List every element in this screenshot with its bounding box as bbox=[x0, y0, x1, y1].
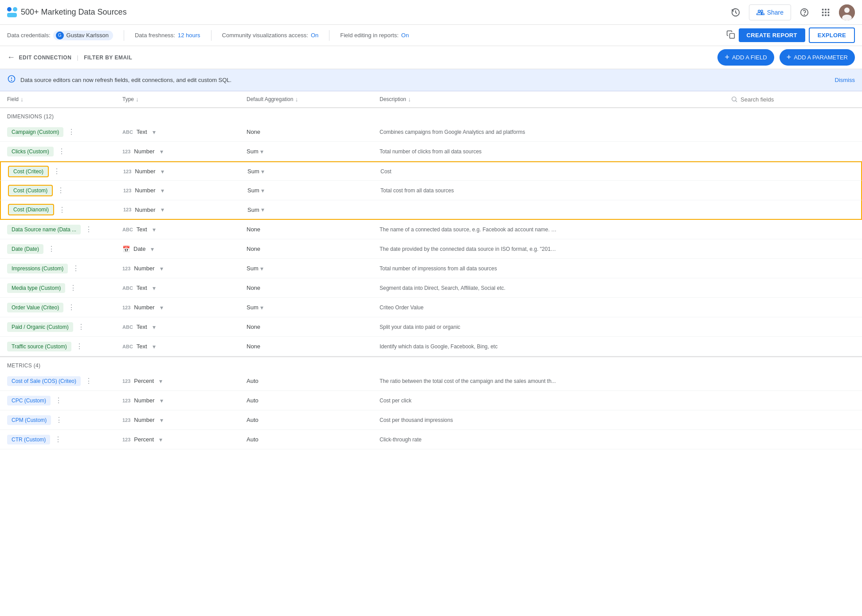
type-dropdown-arrow[interactable]: ▾ bbox=[159, 378, 162, 385]
edit-connection-label[interactable]: EDIT CONNECTION bbox=[19, 55, 72, 61]
type-cell: 123 Number ▾ bbox=[123, 187, 247, 194]
more-options-icon[interactable]: ⋮ bbox=[58, 206, 67, 214]
dismiss-button[interactable]: Dismiss bbox=[835, 77, 855, 83]
field-chip[interactable]: Media type (Custom) bbox=[7, 283, 65, 293]
field-chip[interactable]: Cost (Custom) bbox=[8, 185, 53, 196]
type-dropdown-arrow[interactable]: ▾ bbox=[161, 187, 164, 194]
field-chip[interactable]: Order Value (Criteo) bbox=[7, 303, 63, 312]
create-report-button[interactable]: CREATE REPORT bbox=[739, 28, 805, 42]
aggregation-value: None bbox=[247, 324, 260, 330]
apps-button[interactable] bbox=[818, 4, 834, 20]
field-chip[interactable]: Campaign (Custom) bbox=[7, 127, 63, 137]
field-chip[interactable]: Cost (Dianomi) bbox=[8, 204, 54, 215]
type-label: Text bbox=[137, 343, 147, 350]
field-chip[interactable]: Data Source name (Data ... bbox=[7, 225, 81, 234]
add-field-button[interactable]: + ADD A FIELD bbox=[717, 49, 774, 66]
help-button[interactable] bbox=[796, 4, 812, 20]
field-chip[interactable]: Clicks (Custom) bbox=[7, 147, 54, 156]
separator-3 bbox=[329, 30, 329, 41]
field-cell: Clicks (Custom) ⋮ bbox=[7, 147, 122, 156]
more-options-icon[interactable]: ⋮ bbox=[71, 264, 80, 273]
back-arrow-icon[interactable]: ← bbox=[7, 53, 16, 62]
agg-cell: None bbox=[247, 226, 380, 233]
type-cell: ABC Text ▾ bbox=[122, 324, 247, 331]
agg-dropdown-arrow[interactable]: ▾ bbox=[261, 206, 264, 213]
data-freshness-item: Data freshness: 12 hours bbox=[135, 32, 200, 39]
type-dropdown-arrow[interactable]: ▾ bbox=[161, 168, 164, 175]
type-dropdown-arrow[interactable]: ▾ bbox=[160, 417, 163, 424]
field-chip[interactable]: Cost of Sale (COS) (Criteo) bbox=[7, 376, 81, 386]
avatar[interactable] bbox=[839, 4, 855, 20]
more-options-icon[interactable]: ⋮ bbox=[55, 416, 63, 424]
more-options-icon[interactable]: ⋮ bbox=[57, 147, 66, 156]
more-options-icon[interactable]: ⋮ bbox=[84, 225, 93, 234]
type-dropdown-arrow[interactable]: ▾ bbox=[153, 129, 156, 136]
type-dropdown-arrow[interactable]: ▾ bbox=[153, 285, 156, 292]
type-dropdown-arrow[interactable]: ▾ bbox=[159, 436, 162, 443]
add-parameter-button[interactable]: + ADD A PARAMETER bbox=[780, 49, 855, 66]
desc-sort-icon[interactable]: ↓ bbox=[408, 96, 411, 103]
agg-cell: Sum ▾ bbox=[247, 187, 380, 194]
more-options-icon[interactable]: ⋮ bbox=[54, 435, 63, 444]
svg-rect-4 bbox=[825, 8, 827, 10]
agg-dropdown-arrow[interactable]: ▾ bbox=[261, 168, 264, 175]
field-editing-value[interactable]: On bbox=[401, 32, 409, 39]
description-cell: Cost per thousand impressions bbox=[380, 417, 557, 423]
more-options-icon[interactable]: ⋮ bbox=[54, 396, 63, 405]
type-dropdown-arrow[interactable]: ▾ bbox=[160, 304, 163, 311]
field-chip[interactable]: CPC (Custom) bbox=[7, 396, 51, 405]
toolbar: ← EDIT CONNECTION | FILTER BY EMAIL + AD… bbox=[0, 46, 862, 69]
more-options-icon[interactable]: ⋮ bbox=[67, 128, 76, 136]
type-dropdown-arrow[interactable]: ▾ bbox=[161, 206, 164, 213]
type-icon: ABC bbox=[122, 227, 133, 232]
agg-dropdown-arrow[interactable]: ▾ bbox=[260, 148, 263, 155]
user-badge[interactable]: G Gustav Karlsson bbox=[53, 31, 113, 40]
field-cell: Media type (Custom) ⋮ bbox=[7, 283, 122, 293]
type-dropdown-arrow[interactable]: ▾ bbox=[151, 246, 154, 253]
more-options-icon[interactable]: ⋮ bbox=[47, 245, 56, 253]
field-cell: Cost (Criteo) ⋮ bbox=[8, 166, 123, 177]
info-icon bbox=[7, 74, 16, 86]
agg-sort-icon[interactable]: ↓ bbox=[295, 96, 298, 103]
field-chip[interactable]: CTR (Custom) bbox=[7, 435, 50, 444]
search-input[interactable] bbox=[741, 96, 811, 103]
type-dropdown-arrow[interactable]: ▾ bbox=[160, 265, 163, 272]
field-chip[interactable]: Impressions (Custom) bbox=[7, 264, 68, 273]
type-dropdown-arrow[interactable]: ▾ bbox=[153, 343, 156, 350]
svg-rect-11 bbox=[828, 14, 830, 16]
history-button[interactable] bbox=[728, 4, 744, 20]
agg-dropdown-arrow[interactable]: ▾ bbox=[260, 265, 263, 272]
type-dropdown-arrow[interactable]: ▾ bbox=[160, 148, 163, 155]
description-cell: Total number of clicks from all data sou… bbox=[380, 148, 557, 155]
type-sort-icon[interactable]: ↓ bbox=[136, 96, 139, 103]
type-dropdown-arrow[interactable]: ▾ bbox=[153, 324, 156, 331]
type-dropdown-arrow[interactable]: ▾ bbox=[153, 226, 156, 233]
more-options-icon[interactable]: ⋮ bbox=[84, 377, 93, 385]
agg-dropdown-arrow[interactable]: ▾ bbox=[261, 187, 264, 194]
type-dropdown-arrow[interactable]: ▾ bbox=[160, 397, 163, 404]
type-label: Text bbox=[137, 129, 147, 135]
field-sort-icon[interactable]: ↓ bbox=[20, 96, 24, 103]
plus-icon: + bbox=[725, 53, 729, 62]
more-options-icon[interactable]: ⋮ bbox=[69, 284, 78, 292]
share-button[interactable]: Share bbox=[749, 4, 791, 20]
explore-button[interactable]: EXPLORE bbox=[809, 27, 855, 43]
more-options-icon[interactable]: ⋮ bbox=[56, 186, 65, 195]
more-options-icon[interactable]: ⋮ bbox=[52, 167, 61, 175]
more-options-icon[interactable]: ⋮ bbox=[67, 303, 76, 312]
field-chip[interactable]: Paid / Organic (Custom) bbox=[7, 322, 73, 332]
more-options-icon[interactable]: ⋮ bbox=[77, 323, 86, 331]
field-chip[interactable]: CPM (Custom) bbox=[7, 415, 51, 425]
agg-dropdown-arrow[interactable]: ▾ bbox=[260, 304, 263, 311]
field-chip[interactable]: Cost (Criteo) bbox=[8, 166, 49, 177]
copy-icon[interactable] bbox=[726, 30, 735, 41]
community-vis-value[interactable]: On bbox=[311, 32, 318, 39]
add-parameter-label: ADD A PARAMETER bbox=[794, 54, 848, 61]
field-chip[interactable]: Traffic source (Custom) bbox=[7, 342, 71, 351]
user-name: Gustav Karlsson bbox=[67, 32, 109, 39]
more-options-icon[interactable]: ⋮ bbox=[75, 342, 84, 351]
field-chip[interactable]: Date (Date) bbox=[7, 244, 43, 254]
filter-by-email-label[interactable]: FILTER BY EMAIL bbox=[84, 55, 132, 61]
table-row: Date (Date) ⋮ 📅 Date ▾ None The date pro… bbox=[0, 239, 862, 259]
data-freshness-value[interactable]: 12 hours bbox=[178, 32, 200, 39]
